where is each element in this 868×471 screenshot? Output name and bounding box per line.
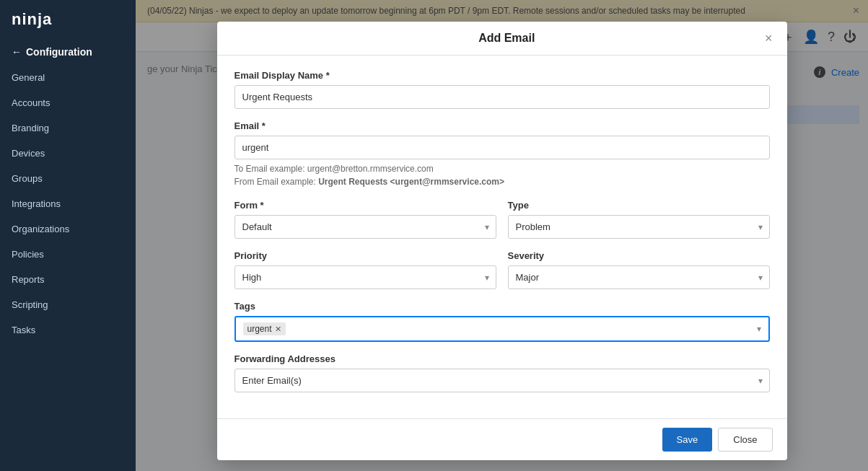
priority-severity-row: Priority High ▾ Severity Major (234, 250, 770, 301)
forwarding-select[interactable]: Enter Email(s) (234, 369, 770, 392)
modal-body: Email Display Name * Email * To Email ex… (217, 56, 787, 418)
modal-overlay: Add Email × Email Display Name * Email *… (136, 0, 868, 471)
sidebar-item-tasks[interactable]: Tasks (0, 317, 136, 343)
tags-group: Tags urgent ✕ ▾ (234, 301, 770, 342)
main-area: (04/05/22) Ninjas - we expect to deploy … (136, 0, 868, 471)
type-select-wrapper: Problem ▾ (508, 215, 770, 239)
modal-footer: Save Close (217, 418, 787, 460)
severity-group: Severity Major ▾ (508, 250, 770, 289)
severity-select-wrapper: Major ▾ (508, 265, 770, 289)
priority-select[interactable]: High (234, 265, 496, 289)
type-group: Type Problem ▾ (508, 200, 770, 239)
close-button[interactable]: Close (718, 428, 772, 452)
sidebar-nav: General Accounts Branding Devices Groups… (0, 65, 136, 471)
priority-label: Priority (234, 250, 496, 261)
form-select-wrapper: Default ▾ (234, 215, 496, 239)
logo-area: ninja (0, 0, 136, 39)
tags-input[interactable]: urgent ✕ ▾ (234, 316, 770, 342)
tag-label: urgent (247, 324, 272, 334)
email-group: Email * To Email example: urgent@bretton… (234, 120, 770, 188)
type-select[interactable]: Problem (508, 215, 770, 239)
email-label: Email * (234, 120, 770, 131)
sidebar-item-accounts[interactable]: Accounts (0, 90, 136, 115)
email-helper: To Email example: urgent@bretton.rmmserv… (234, 162, 770, 188)
sidebar-item-organizations[interactable]: Organizations (0, 216, 136, 242)
forwarding-label: Forwarding Addresses (234, 353, 770, 364)
type-label: Type (508, 200, 770, 211)
priority-group: Priority High ▾ (234, 250, 496, 289)
sidebar-item-general[interactable]: General (0, 65, 136, 90)
severity-select[interactable]: Major (508, 265, 770, 289)
severity-label: Severity (508, 250, 770, 261)
modal-header: Add Email × (217, 22, 787, 56)
forwarding-group: Forwarding Addresses Enter Email(s) ▾ (234, 353, 770, 392)
sidebar-item-devices[interactable]: Devices (0, 141, 136, 166)
form-select[interactable]: Default (234, 215, 496, 239)
back-label: Configuration (26, 46, 92, 58)
add-email-modal: Add Email × Email Display Name * Email *… (217, 22, 787, 460)
tags-label: Tags (234, 301, 770, 312)
email-display-name-group: Email Display Name * (234, 70, 770, 109)
sidebar-item-groups[interactable]: Groups (0, 166, 136, 191)
forwarding-select-wrapper: Enter Email(s) ▾ (234, 369, 770, 392)
modal-title: Add Email (249, 32, 765, 45)
from-email-prefix: From Email example: (234, 177, 319, 187)
sidebar: ninja ← Configuration General Accounts B… (0, 0, 136, 471)
sidebar-item-reports[interactable]: Reports (0, 267, 136, 292)
sidebar-item-branding[interactable]: Branding (0, 115, 136, 141)
logo-text: ninja (12, 10, 52, 29)
form-type-row: Form * Default ▾ Type Problem (234, 200, 770, 250)
email-display-name-input[interactable] (234, 85, 770, 109)
back-arrow: ← (12, 46, 22, 58)
email-input[interactable] (234, 136, 770, 159)
sidebar-item-integrations[interactable]: Integrations (0, 191, 136, 216)
modal-close-button[interactable]: × (765, 32, 773, 45)
tags-dropdown-arrow: ▾ (757, 324, 761, 334)
form-group: Form * Default ▾ (234, 200, 496, 239)
email-display-name-label: Email Display Name * (234, 70, 770, 81)
from-email-value: Urgent Requests <urgent@rmmservice.com> (318, 177, 504, 187)
form-label: Form * (234, 200, 496, 211)
to-email-example: To Email example: urgent@bretton.rmmserv… (234, 164, 434, 174)
tag-remove-button[interactable]: ✕ (275, 325, 281, 334)
sidebar-item-policies[interactable]: Policies (0, 242, 136, 267)
back-button[interactable]: ← Configuration (0, 39, 136, 65)
save-button[interactable]: Save (662, 428, 713, 452)
sidebar-item-scripting[interactable]: Scripting (0, 292, 136, 317)
priority-select-wrapper: High ▾ (234, 265, 496, 289)
tag-urgent: urgent ✕ (243, 322, 286, 335)
